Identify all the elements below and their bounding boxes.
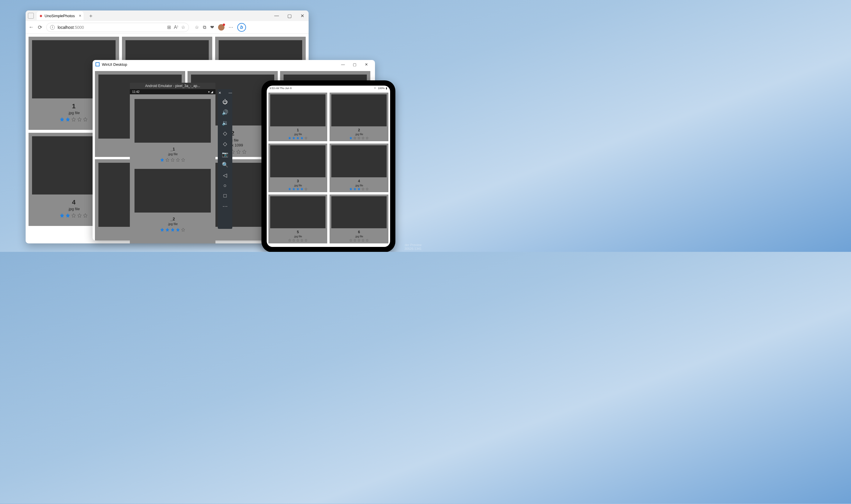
browser-tab[interactable]: ◆ UnoSimplePhotos × bbox=[37, 11, 84, 20]
windows-watermark: der Preview 30526-1341 bbox=[404, 243, 421, 251]
site-info-icon[interactable]: i bbox=[50, 25, 55, 30]
photo-filetype: .jpg file bbox=[355, 184, 363, 187]
rating-stars[interactable] bbox=[349, 187, 368, 191]
rating-stars[interactable] bbox=[349, 239, 368, 242]
photo-filetype: .jpg file bbox=[294, 235, 302, 238]
photo-filetype: .jpg file bbox=[294, 133, 302, 136]
rotate-left-icon[interactable]: ◇ bbox=[221, 130, 230, 137]
winui-titlebar: WinUI Desktop — ▢ ✕ bbox=[93, 60, 375, 69]
photo-tile[interactable]: 6.jpg file bbox=[330, 195, 388, 243]
maximize-button[interactable]: ▢ bbox=[349, 62, 360, 67]
ipad-content[interactable]: 1.jpg file 2.jpg file 3.jpg file 4.jpg f… bbox=[267, 91, 390, 245]
toolbar-actions: ☆ ⧉ ❤ ⋯ b bbox=[195, 23, 246, 32]
phone-frame: 11:42 ▾ ◢ _1 .jpg file _2 .jpg file bbox=[130, 89, 215, 244]
close-button[interactable]: ✕ bbox=[360, 62, 372, 67]
photo-filetype: .jpg file bbox=[294, 184, 302, 187]
bing-icon[interactable]: b bbox=[237, 23, 246, 32]
winui-title: WinUI Desktop bbox=[102, 62, 127, 67]
url-port: :5000 bbox=[74, 25, 84, 30]
minimize-button[interactable]: — bbox=[337, 62, 349, 67]
tab-title: UnoSimplePhotos bbox=[44, 14, 75, 18]
battery-label: 100% bbox=[378, 87, 385, 90]
close-tab-icon[interactable]: × bbox=[79, 13, 81, 18]
photo-tile[interactable]: _1 .jpg file bbox=[132, 97, 213, 164]
rating-stars[interactable] bbox=[288, 187, 307, 191]
photo-tile[interactable]: 2.jpg file bbox=[330, 93, 388, 141]
ipad-statusbar: 9:53 AM Thu Jun 8 ᯤ 100% ▮ bbox=[267, 86, 390, 91]
rating-stars[interactable] bbox=[349, 137, 368, 140]
rating-stars[interactable] bbox=[60, 117, 88, 122]
camera-icon[interactable]: 📷 bbox=[221, 151, 230, 158]
photo-title: _1 bbox=[168, 147, 178, 152]
emulator-toolbar: ✕ — ⏻ 🔊 🔉 ◇ ◇ 📷 🔍 ◁ ○ □ ⋯ bbox=[218, 89, 232, 229]
emulator-title: Android Emulator - pixel_3a_-_ap... bbox=[145, 84, 200, 88]
favorite-icon[interactable]: ☆ bbox=[181, 24, 185, 30]
profile-avatar[interactable] bbox=[218, 24, 224, 31]
read-aloud-icon[interactable]: A⁾ bbox=[174, 24, 178, 30]
close-button[interactable]: ✕ bbox=[296, 11, 309, 21]
ipad-clock: 9:53 AM Thu Jun 8 bbox=[270, 87, 291, 90]
minimize-button[interactable]: — bbox=[270, 11, 283, 21]
rating-stars[interactable] bbox=[288, 239, 307, 242]
zoom-icon[interactable]: 🔍 bbox=[221, 162, 230, 168]
rotate-right-icon[interactable]: ◇ bbox=[221, 141, 230, 147]
maximize-button[interactable]: ▢ bbox=[283, 11, 296, 21]
refresh-icon[interactable]: ⟳ bbox=[38, 24, 42, 31]
photo-filetype: .jpg file bbox=[68, 207, 80, 211]
photo-thumbnail bbox=[270, 145, 326, 177]
photo-tile[interactable]: 4.jpg file bbox=[330, 144, 388, 192]
emu-close-button[interactable]: ✕ bbox=[215, 91, 224, 95]
winui-app-icon bbox=[95, 62, 99, 66]
photo-title: _2 bbox=[168, 217, 178, 221]
volume-up-icon[interactable]: 🔊 bbox=[221, 109, 230, 115]
photo-tile[interactable]: _2 .jpg file bbox=[132, 166, 213, 234]
url-host: localhost bbox=[58, 25, 74, 30]
battery-icon: ▮ bbox=[386, 87, 387, 90]
photo-tile[interactable]: 1.jpg file bbox=[268, 93, 327, 141]
photo-title: 1 bbox=[68, 103, 80, 110]
home-icon[interactable]: ○ bbox=[221, 183, 230, 189]
photo-tile[interactable]: 5.jpg file bbox=[268, 195, 327, 243]
performance-icon[interactable]: ❤ bbox=[210, 24, 214, 30]
extensions-icon[interactable]: ⊞ bbox=[167, 24, 171, 30]
rating-stars[interactable] bbox=[288, 137, 307, 140]
volume-down-icon[interactable]: 🔉 bbox=[221, 120, 230, 126]
more-icon[interactable]: ⋯ bbox=[229, 24, 233, 30]
photo-filetype: .jpg file bbox=[355, 133, 363, 136]
tab-actions-button[interactable] bbox=[28, 13, 34, 19]
android-emulator: Android Emulator - pixel_3a_-_ap... 11:4… bbox=[130, 83, 234, 246]
photo-filetype: .jpg file bbox=[68, 111, 80, 115]
android-content[interactable]: _1 .jpg file _2 .jpg file bbox=[130, 94, 215, 244]
rating-stars[interactable] bbox=[60, 213, 88, 218]
browser-toolbar: ← ⟳ i localhost:5000 ⊞ A⁾ ☆ ☆ ⧉ ❤ ⋯ b bbox=[25, 21, 309, 34]
photo-thumbnail bbox=[134, 99, 211, 143]
back-icon[interactable]: ◁ bbox=[221, 172, 230, 179]
back-icon[interactable]: ← bbox=[29, 24, 34, 30]
collections-icon[interactable]: ⧉ bbox=[203, 25, 206, 30]
photo-filetype: .jpg file bbox=[355, 235, 363, 238]
ipad-device: 9:53 AM Thu Jun 8 ᯤ 100% ▮ 1.jpg file 2.… bbox=[261, 80, 395, 252]
address-bar[interactable]: i localhost:5000 ⊞ A⁾ ☆ bbox=[46, 23, 189, 32]
photo-title: 1 bbox=[294, 128, 302, 132]
new-tab-button[interactable]: ＋ bbox=[88, 12, 93, 19]
favorites-icon[interactable]: ☆ bbox=[195, 24, 199, 30]
photo-thumbnail bbox=[270, 94, 326, 126]
android-statusbar: 11:42 ▾ ◢ bbox=[130, 89, 215, 94]
rating-stars[interactable] bbox=[160, 158, 185, 162]
overview-icon[interactable]: □ bbox=[221, 193, 230, 199]
android-clock: 11:42 bbox=[132, 90, 140, 93]
photo-thumbnail bbox=[134, 169, 211, 213]
emulator-titlebar[interactable]: Android Emulator - pixel_3a_-_ap... bbox=[130, 83, 215, 89]
emu-minimize-button[interactable]: — bbox=[226, 91, 235, 95]
power-icon[interactable]: ⏻ bbox=[221, 99, 230, 105]
uno-logo-icon: ◆ bbox=[40, 14, 42, 18]
wifi-icon: ᯤ bbox=[374, 87, 377, 90]
photo-title: 6 bbox=[355, 230, 363, 234]
more-icon[interactable]: ⋯ bbox=[221, 203, 230, 209]
photo-filetype: .jpg file bbox=[168, 152, 178, 156]
wifi-icon: ▾ bbox=[208, 90, 210, 93]
photo-tile[interactable]: 3.jpg file bbox=[268, 144, 327, 192]
rating-stars[interactable] bbox=[160, 228, 185, 232]
signal-icon: ◢ bbox=[211, 90, 213, 93]
photo-title: 4 bbox=[68, 199, 80, 206]
